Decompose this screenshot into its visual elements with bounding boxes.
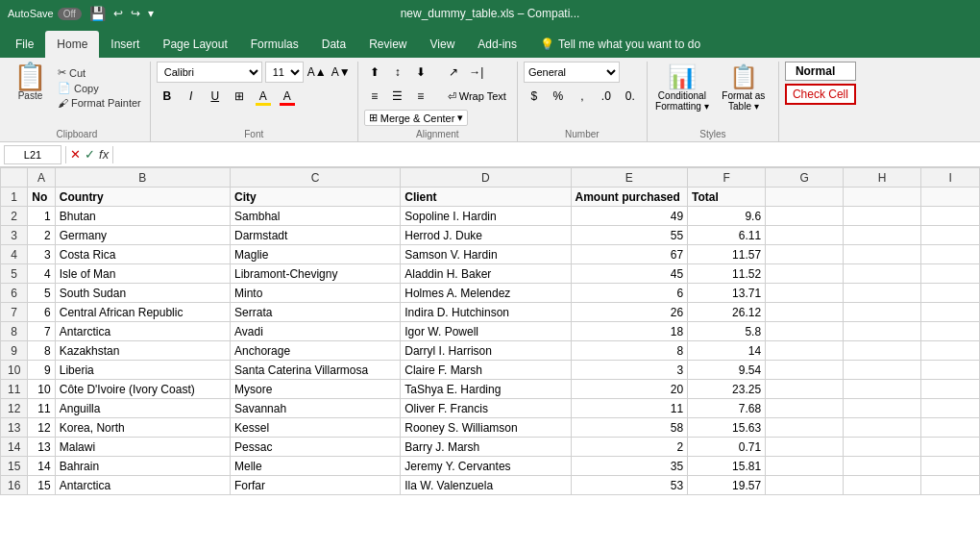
align-bottom-button[interactable]: ⬇	[410, 62, 431, 83]
cell-b12[interactable]: Anguilla	[55, 399, 230, 418]
cell-e13[interactable]: 58	[571, 418, 688, 438]
cell-f13[interactable]: 15.63	[688, 418, 766, 438]
cell-a4[interactable]: 3	[28, 245, 55, 264]
indent-more-button[interactable]: →|	[466, 62, 487, 83]
cell-h5[interactable]	[844, 264, 921, 284]
save-icon[interactable]: 💾	[89, 6, 106, 21]
normal-style-button[interactable]: Normal	[785, 62, 856, 81]
cell-c3[interactable]: Darmstadt	[231, 226, 401, 245]
cell-d8[interactable]: Igor W. Powell	[401, 322, 571, 341]
cell-b2[interactable]: Bhutan	[55, 207, 230, 226]
cell-f8[interactable]: 5.8	[688, 322, 766, 341]
tab-formulas[interactable]: Formulas	[239, 31, 310, 58]
cell-g2[interactable]	[766, 207, 844, 226]
cell-h2[interactable]	[844, 207, 921, 226]
align-top-button[interactable]: ⬆	[364, 62, 385, 83]
tab-add-ins[interactable]: Add-ins	[466, 31, 528, 58]
cell-c14[interactable]: Pessac	[231, 438, 401, 457]
tab-home[interactable]: Home	[45, 31, 99, 58]
cell-a6[interactable]: 5	[28, 284, 55, 303]
cell-h8[interactable]	[844, 322, 921, 341]
cell-a1[interactable]: No	[28, 188, 55, 207]
row-header-14[interactable]: 14	[1, 438, 28, 457]
cell-d3[interactable]: Herrod J. Duke	[401, 226, 571, 245]
cell-e8[interactable]: 18	[571, 322, 688, 341]
cell-e7[interactable]: 26	[571, 303, 688, 322]
row-header-16[interactable]: 16	[1, 476, 28, 495]
text-angle-button[interactable]: ↗	[443, 62, 464, 83]
underline-button[interactable]: U	[205, 86, 226, 107]
cell-i8[interactable]	[921, 322, 980, 341]
cell-f2[interactable]: 9.6	[688, 207, 766, 226]
cell-b11[interactable]: Côte D'Ivoire (Ivory Coast)	[55, 380, 230, 399]
cell-f12[interactable]: 7.68	[688, 399, 766, 418]
format-as-table-button[interactable]: 📋 Format as Table ▾	[715, 62, 772, 113]
cell-h6[interactable]	[844, 284, 921, 303]
row-header-11[interactable]: 11	[1, 380, 28, 399]
cell-b7[interactable]: Central African Republic	[55, 303, 230, 322]
align-right-button[interactable]: ≡	[410, 86, 431, 107]
cell-b1[interactable]: Country	[55, 188, 230, 207]
cell-e11[interactable]: 20	[571, 380, 688, 399]
cell-c5[interactable]: Libramont-Chevigny	[231, 264, 401, 284]
cell-a10[interactable]: 9	[28, 361, 55, 380]
decrease-font-button[interactable]: A▼	[331, 62, 352, 83]
cell-b14[interactable]: Malawi	[55, 438, 230, 457]
cell-a14[interactable]: 13	[28, 438, 55, 457]
increase-font-button[interactable]: A▲	[306, 62, 328, 83]
undo-icon[interactable]: ↩	[113, 7, 123, 20]
cell-c15[interactable]: Melle	[231, 457, 401, 476]
cell-c12[interactable]: Savannah	[231, 399, 401, 418]
align-center-button[interactable]: ☰	[387, 86, 408, 107]
cell-f7[interactable]: 26.12	[688, 303, 766, 322]
cell-h11[interactable]	[844, 380, 921, 399]
cell-a8[interactable]: 7	[28, 322, 55, 341]
cell-e16[interactable]: 53	[571, 476, 688, 495]
cell-d2[interactable]: Sopoline I. Hardin	[401, 207, 571, 226]
formula-input[interactable]	[117, 148, 976, 162]
font-size-select[interactable]: 11	[265, 62, 304, 83]
cell-i16[interactable]	[921, 476, 980, 495]
cell-h16[interactable]	[844, 476, 921, 495]
font-family-select[interactable]: Calibri	[157, 62, 262, 83]
cell-d14[interactable]: Barry J. Marsh	[401, 438, 571, 457]
cell-g6[interactable]	[766, 284, 844, 303]
cell-d7[interactable]: Indira D. Hutchinson	[401, 303, 571, 322]
cell-b3[interactable]: Germany	[55, 226, 230, 245]
format-painter-button[interactable]: 🖌 Format Painter	[55, 96, 144, 110]
col-header-a[interactable]: A	[28, 168, 55, 188]
cell-e3[interactable]: 55	[571, 226, 688, 245]
cell-d1[interactable]: Client	[401, 188, 571, 207]
cell-b8[interactable]: Antarctica	[55, 322, 230, 341]
fill-color-button[interactable]: A	[253, 86, 274, 107]
align-left-button[interactable]: ≡	[364, 86, 385, 107]
cell-g10[interactable]	[766, 361, 844, 380]
cell-g4[interactable]	[766, 245, 844, 264]
cell-a9[interactable]: 8	[28, 341, 55, 361]
cell-d10[interactable]: Claire F. Marsh	[401, 361, 571, 380]
cell-h4[interactable]	[844, 245, 921, 264]
cell-reference-box[interactable]	[4, 145, 61, 164]
cell-e6[interactable]: 6	[571, 284, 688, 303]
cell-i5[interactable]	[921, 264, 980, 284]
cell-i4[interactable]	[921, 245, 980, 264]
col-header-b[interactable]: B	[55, 168, 230, 188]
italic-button[interactable]: I	[181, 86, 202, 107]
tab-file[interactable]: File	[4, 31, 45, 58]
cell-b13[interactable]: Korea, North	[55, 418, 230, 438]
comma-button[interactable]: ,	[572, 86, 593, 107]
cell-a7[interactable]: 6	[28, 303, 55, 322]
cell-a12[interactable]: 11	[28, 399, 55, 418]
cell-f3[interactable]: 6.11	[688, 226, 766, 245]
currency-button[interactable]: $	[524, 86, 545, 107]
col-header-g[interactable]: G	[766, 168, 844, 188]
cell-h12[interactable]	[844, 399, 921, 418]
conditional-formatting-button[interactable]: 📊 Conditional Formatting ▾	[653, 62, 711, 113]
cell-i2[interactable]	[921, 207, 980, 226]
cell-b10[interactable]: Liberia	[55, 361, 230, 380]
cell-f1[interactable]: Total	[688, 188, 766, 207]
cell-i15[interactable]	[921, 457, 980, 476]
tab-insert[interactable]: Insert	[99, 31, 151, 58]
cell-h9[interactable]	[844, 341, 921, 361]
cell-b5[interactable]: Isle of Man	[55, 264, 230, 284]
